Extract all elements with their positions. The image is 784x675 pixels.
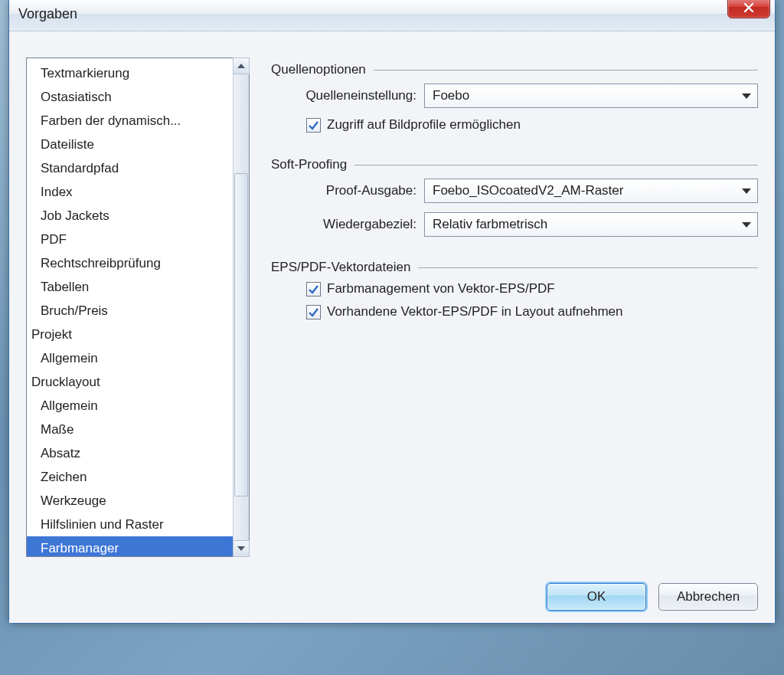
ok-button[interactable]: OK	[547, 583, 646, 611]
scrollbar-vertical[interactable]	[233, 58, 249, 556]
sidebar-item[interactable]: Projekt	[27, 323, 233, 346]
check-icon	[309, 120, 318, 130]
row-proof-output: Proof-Ausgabe: Foebo_ISOcoatedV2_AM-Rast…	[271, 179, 758, 203]
rendering-intent-select[interactable]: Relativ farbmetrisch	[424, 212, 758, 237]
vector-include-label: Vorhandene Vektor-EPS/PDF in Layout aufn…	[327, 304, 623, 319]
sidebar-item[interactable]: Werkzeuge	[27, 489, 233, 513]
sidebar-item[interactable]: Absatz	[27, 441, 233, 465]
sidebar-item[interactable]: Job Jackets	[27, 204, 233, 228]
sidebar-item[interactable]: Tabellen	[27, 275, 233, 299]
source-setting-label: Quelleneinstellung:	[271, 88, 424, 103]
chevron-down-icon	[742, 222, 751, 228]
titlebar: Vorgaben	[9, 0, 775, 31]
checkbox-access-profiles[interactable]	[306, 118, 321, 133]
check-icon	[309, 284, 318, 294]
sidebar-item[interactable]: Maße	[27, 418, 233, 441]
sidebar-item[interactable]: Textmarkierung	[27, 61, 233, 85]
vector-manage-label: Farbmanagement von Vektor-EPS/PDF	[327, 281, 555, 297]
access-profiles-label: Zugriff auf Bildprofile ermöglichen	[327, 117, 521, 133]
section-proof-title: Soft-Proofing	[271, 157, 347, 172]
chevron-down-icon	[237, 546, 245, 551]
scroll-down-button[interactable]	[233, 540, 250, 557]
rendering-intent-value: Relativ farbmetrisch	[433, 217, 547, 232]
close-icon	[743, 2, 754, 13]
chevron-down-icon	[742, 188, 751, 194]
sidebar-item[interactable]: Ostasiatisch	[27, 85, 233, 109]
sidebar-item[interactable]: Hilfslinien und Raster	[27, 513, 233, 536]
cancel-button-label: Abbrechen	[677, 589, 740, 605]
sidebar-item[interactable]: Farbmanager	[27, 536, 233, 556]
dialog-client: TextmarkierungOstasiatischFarben der dyn…	[9, 31, 775, 623]
rendering-intent-label: Wiedergabeziel:	[271, 217, 424, 232]
category-list[interactable]: TextmarkierungOstasiatischFarben der dyn…	[26, 57, 250, 557]
sidebar-item[interactable]: Drucklayout	[27, 370, 233, 394]
settings-panel: Quellenoptionen Quelleneinstellung: Foeb…	[271, 57, 758, 557]
sidebar-item[interactable]: Dateiliste	[27, 133, 233, 156]
source-setting-select[interactable]: Foebo	[424, 84, 758, 108]
source-setting-value: Foebo	[433, 88, 469, 103]
sidebar-item[interactable]: Allgemein	[27, 346, 233, 370]
proof-output-label: Proof-Ausgabe:	[271, 183, 424, 198]
sidebar-item[interactable]: Allgemein	[27, 394, 233, 418]
sidebar-item[interactable]: Farben der dynamisch...	[27, 109, 233, 133]
section-proof-header: Soft-Proofing	[271, 157, 758, 172]
chevron-up-icon	[237, 64, 245, 68]
ok-button-label: OK	[587, 589, 606, 605]
row-access-profiles[interactable]: Zugriff auf Bildprofile ermöglichen	[306, 117, 758, 133]
section-vector-title: EPS/PDF-Vektordateien	[271, 260, 410, 275]
checkbox-vector-include[interactable]	[306, 305, 321, 319]
sidebar-item[interactable]: Standardpfad	[27, 156, 233, 180]
cancel-button[interactable]: Abbrechen	[658, 583, 758, 611]
row-rendering-intent: Wiedergabeziel: Relativ farbmetrisch	[271, 212, 758, 237]
section-source-header: Quellenoptionen	[271, 62, 758, 77]
row-vector-manage[interactable]: Farbmanagement von Vektor-EPS/PDF	[306, 281, 758, 297]
proof-output-select[interactable]: Foebo_ISOcoatedV2_AM-Raster	[424, 179, 758, 203]
dialog-buttons: OK Abbrechen	[26, 583, 758, 611]
sidebar-item[interactable]: Index	[27, 180, 233, 204]
scroll-up-button[interactable]	[233, 57, 250, 74]
sidebar-item[interactable]: Zeichen	[27, 465, 233, 489]
preferences-dialog: Vorgaben TextmarkierungOstasiatischFarbe…	[8, 0, 776, 624]
sidebar-item[interactable]: Rechtschreibprüfung	[27, 251, 233, 275]
section-vector-header: EPS/PDF-Vektordateien	[271, 260, 758, 275]
proof-output-value: Foebo_ISOcoatedV2_AM-Raster	[433, 183, 623, 198]
checkbox-vector-manage[interactable]	[306, 282, 321, 297]
scroll-track[interactable]	[234, 74, 249, 541]
row-vector-include[interactable]: Vorhandene Vektor-EPS/PDF in Layout aufn…	[306, 304, 758, 319]
section-source-title: Quellenoptionen	[271, 62, 366, 77]
row-source-setting: Quelleneinstellung: Foebo	[271, 84, 758, 108]
chevron-down-icon	[742, 93, 751, 99]
close-button[interactable]	[727, 0, 770, 18]
sidebar-item[interactable]: PDF	[27, 228, 233, 251]
check-icon	[309, 307, 318, 317]
window-title: Vorgaben	[18, 6, 77, 22]
sidebar-item[interactable]: Bruch/Preis	[27, 299, 233, 323]
scroll-thumb[interactable]	[234, 173, 248, 496]
